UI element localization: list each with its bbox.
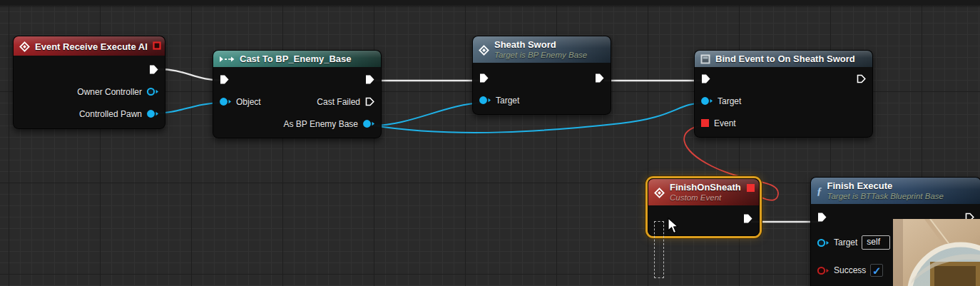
controlled-pawn-pin[interactable]: Controlled Pawn [79, 109, 159, 119]
exec-out-pin[interactable] [148, 64, 159, 75]
node-finish-on-sheath[interactable]: FinishOnSheath Custom Event [648, 178, 760, 236]
blueprint-graph-canvas[interactable]: Event Receive Execute AI Owner Controlle… [0, 0, 980, 286]
as-bp-enemy-base-pin[interactable]: As BP Enemy Base [284, 119, 376, 129]
node-title: Cast To BP_Enemy_Base [240, 53, 352, 64]
node-subtitle: Custom Event [670, 193, 741, 203]
node-title: Sheath Sword [494, 40, 587, 51]
target-pin[interactable]: Target [479, 96, 519, 106]
target-pin[interactable]: Target [700, 96, 741, 106]
node-header: FinishOnSheath Custom Event [648, 179, 759, 205]
node-title: Finish Execute [827, 181, 944, 192]
target-value-field[interactable]: self [862, 235, 890, 250]
node-header: Event Receive Execute AI [14, 36, 165, 56]
node-subtitle: Target is BTTask Blueprint Base [827, 192, 944, 201]
node-header: Sheath Sword Target is BP Enemy Base [473, 36, 611, 63]
webcam-overlay [893, 219, 980, 286]
node-header: Cast To BP_Enemy_Base [213, 51, 381, 67]
node-cast-to-bp-enemy-base[interactable]: Cast To BP_Enemy_Base Object Cast Failed [213, 50, 382, 138]
event-diamond-icon [654, 188, 665, 198]
pin-label: Target [718, 96, 741, 106]
cast-icon [219, 55, 235, 63]
bind-event-icon [700, 54, 710, 64]
node-title: FinishOnSheath [670, 183, 741, 193]
node-title: Bind Event to On Sheath Sword [715, 53, 855, 64]
event-diamond-icon [19, 41, 30, 52]
exec-out-pin[interactable] [856, 73, 867, 84]
pin-label: Cast Failed [317, 97, 360, 107]
pin-label: Object [236, 97, 261, 107]
pin-label: Target [834, 238, 857, 247]
exec-out-pin[interactable] [594, 73, 605, 83]
delegate-pin-unconnected[interactable] [153, 40, 161, 53]
pin-label: Owner Controller [77, 87, 142, 97]
cast-failed-pin[interactable]: Cast Failed [317, 96, 375, 107]
node-header: Bind Event to On Sheath Sword [695, 51, 872, 67]
event-diamond-icon [479, 45, 489, 56]
pin-label: Controlled Pawn [79, 109, 142, 119]
exec-in-pin[interactable] [479, 73, 489, 83]
mouse-cursor [668, 218, 680, 235]
node-sheath-sword[interactable]: Sheath Sword Target is BP Enemy Base Tar… [472, 36, 611, 115]
function-icon: ƒ [817, 186, 822, 197]
target-pin[interactable]: Target self [817, 235, 890, 250]
owner-controller-pin[interactable]: Owner Controller [77, 87, 159, 97]
object-pin[interactable]: Object [219, 97, 261, 107]
node-title: Event Receive Execute AI [35, 41, 148, 52]
exec-out-pin[interactable] [742, 213, 753, 224]
node-bind-event-to-on-sheath-sword[interactable]: Bind Event to On Sheath Sword Target [694, 50, 873, 138]
node-header: ƒ Finish Execute Target is BTTask Bluepr… [811, 178, 980, 204]
event-delegate-pin[interactable]: Event [700, 118, 736, 128]
selection-marquee [654, 221, 664, 278]
node-subtitle: Target is BP Enemy Base [494, 51, 587, 60]
exec-in-pin[interactable] [219, 74, 230, 85]
success-pin[interactable]: Success ✓ [817, 264, 883, 277]
pin-label: Event [714, 118, 736, 128]
exec-in-pin[interactable] [817, 212, 827, 223]
top-edge-shade [0, 0, 980, 8]
wire-data-asenemy-to-sheathtarget [373, 103, 482, 126]
exec-out-pin[interactable] [364, 74, 375, 85]
pin-label: Success [834, 265, 866, 275]
delegate-pin-connected[interactable] [746, 183, 755, 195]
node-event-receive-execute-ai[interactable]: Event Receive Execute AI Owner Controlle… [13, 36, 165, 129]
pin-label: Target [496, 96, 519, 106]
exec-in-pin[interactable] [700, 73, 711, 84]
pin-label: As BP Enemy Base [284, 119, 359, 129]
success-checkbox[interactable]: ✓ [870, 264, 883, 277]
